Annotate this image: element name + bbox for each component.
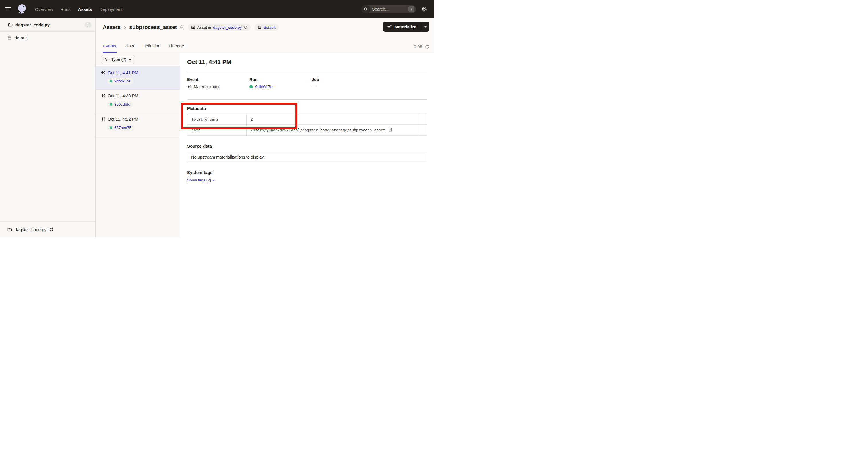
event-timestamp: Oct 11, 4:22 PM: [107, 117, 138, 121]
run-id-link[interactable]: 9dbf617e: [255, 84, 272, 89]
folder-icon: [8, 23, 12, 27]
refresh-icon[interactable]: [425, 44, 429, 49]
chevron-right-icon: [124, 26, 126, 29]
events-content: Type (2) Oct 11, 4:41 PM: [96, 53, 434, 237]
sidebar-item-code-location[interactable]: dagster_code.py 1: [0, 19, 95, 32]
run-id-badge[interactable]: 637aed75: [107, 124, 135, 131]
run-id-link[interactable]: 637aed75: [114, 125, 131, 130]
sidebar-item-label: default: [14, 35, 28, 40]
materialization-sparkle-icon: [387, 24, 392, 29]
event-detail-panel: Oct 11, 4:41 PM Event Materialization: [180, 53, 434, 237]
sidebar-item-label: dagster_code.py: [16, 22, 50, 27]
asset-header: Assets subprocess_asset Asset in: [96, 19, 434, 53]
type-filter-label: Type (2): [111, 57, 126, 62]
sidebar-code-location-footer: dagster_code.py: [0, 221, 95, 237]
chevron-down-icon: [129, 59, 131, 61]
breadcrumb-assets-link[interactable]: Assets: [103, 24, 121, 30]
run-id-link[interactable]: 9dbf617e: [114, 79, 130, 83]
top-nav-right: /: [361, 5, 427, 13]
asset-count-badge: 1: [85, 22, 91, 28]
run-id-badge[interactable]: 359cdbfc: [107, 101, 133, 108]
materialize-button[interactable]: Materialize: [383, 22, 421, 32]
source-data-heading: Source data: [187, 144, 427, 148]
code-location-label: dagster_code.py: [14, 227, 46, 232]
event-list-item[interactable]: Oct 11, 4:22 PM 637aed75: [96, 113, 180, 136]
asset-in-label: Asset in: [197, 25, 211, 30]
sidebar-item-default-group[interactable]: default: [0, 32, 95, 43]
run-status-dot: [110, 103, 112, 106]
refresh-icon: [49, 228, 53, 232]
timer-countdown: 0:05: [414, 44, 422, 49]
run-status-dot: [249, 85, 253, 88]
nav-assets[interactable]: Assets: [78, 7, 92, 12]
repo-grid-icon: [258, 25, 262, 29]
metadata-heading: Metadata: [187, 106, 427, 111]
reload-location-button[interactable]: [49, 228, 53, 232]
code-location-link[interactable]: dagster_code.py: [213, 25, 242, 30]
materialization-sparkle-icon: [101, 117, 105, 121]
settings-gear-button[interactable]: [421, 6, 427, 12]
run-id-link[interactable]: 359cdbfc: [114, 102, 130, 107]
materialize-split-button: Materialize: [383, 22, 429, 32]
metadata-value: 2: [247, 114, 418, 125]
repository-link[interactable]: default: [264, 25, 276, 30]
asset-location-badge: Asset in dagster_code.py: [188, 24, 251, 31]
event-list-item[interactable]: Oct 11, 4:41 PM 9dbf617e: [96, 66, 180, 90]
materialize-label: Materialize: [394, 24, 416, 29]
metadata-path-link[interactable]: /Users/yuhan/dev/local/dagster_home/stor…: [251, 128, 385, 132]
materialization-sparkle-icon: [187, 85, 191, 89]
auto-refresh-timer: 0:05: [414, 44, 429, 49]
metadata-key: total_orders: [187, 114, 247, 125]
nav-overview[interactable]: Overview: [35, 7, 53, 12]
run-id-badge[interactable]: 9dbf617e: [107, 78, 133, 85]
system-tags-heading: System tags: [187, 170, 427, 175]
tab-lineage[interactable]: Lineage: [168, 43, 184, 53]
repo-grid-icon: [7, 36, 12, 40]
page-title: subprocess_asset: [129, 24, 177, 30]
breadcrumb: Assets subprocess_asset Asset in: [103, 22, 279, 32]
search-box[interactable]: /: [361, 5, 416, 13]
primary-nav: Overview Runs Assets Deployment: [35, 7, 123, 12]
tab-definition[interactable]: Definition: [142, 43, 161, 53]
nav-runs[interactable]: Runs: [61, 7, 71, 12]
show-tags-toggle[interactable]: Show tags (2): [187, 178, 215, 182]
run-status-dot: [110, 126, 112, 129]
tab-events[interactable]: Events: [103, 43, 117, 53]
asset-tabs: Events Plots Definition Lineage: [103, 43, 184, 53]
metadata-row: total_orders 2: [187, 114, 427, 125]
event-timestamp: Oct 11, 4:41 PM: [107, 70, 138, 75]
refresh-icon[interactable]: [244, 26, 247, 29]
copy-path-button[interactable]: [388, 127, 392, 133]
search-input[interactable]: [370, 7, 408, 11]
event-detail-title: Oct 11, 4:41 PM: [187, 59, 427, 65]
dagster-logo: [16, 3, 28, 15]
materialize-options-button[interactable]: [421, 22, 429, 32]
type-filter-button[interactable]: Type (2): [101, 55, 135, 64]
materialization-sparkle-icon: [101, 94, 105, 98]
event-list-item[interactable]: Oct 11, 4:33 PM 359cdbfc: [96, 90, 180, 113]
nav-deployment[interactable]: Deployment: [100, 7, 123, 12]
search-icon: [361, 5, 370, 13]
event-summary-columns: Event Materialization Run 9dbf6: [187, 77, 427, 89]
metadata-table: total_orders 2 path /Users/yuhan/dev/loc…: [187, 114, 427, 136]
copy-asset-name-button[interactable]: [180, 25, 184, 30]
show-tags-label: Show tags (2): [187, 178, 211, 182]
folder-icon: [7, 228, 12, 232]
menu-icon[interactable]: [5, 7, 11, 11]
metadata-row: path /Users/yuhan/dev/local/dagster_home…: [187, 125, 427, 136]
materialization-sparkle-icon: [101, 70, 105, 75]
caret-down-icon: [424, 26, 427, 28]
source-data-empty-state: No upstream materializations to display.: [187, 152, 427, 162]
search-shortcut-key: /: [408, 6, 414, 12]
filter-funnel-icon: [105, 57, 109, 61]
tab-plots[interactable]: Plots: [124, 43, 134, 53]
event-timestamp: Oct 11, 4:33 PM: [107, 93, 138, 98]
clipboard-icon: [388, 127, 392, 132]
events-list-panel: Type (2) Oct 11, 4:41 PM: [96, 53, 180, 237]
run-column-label: Run: [249, 77, 312, 82]
job-value: —: [312, 84, 316, 89]
run-status-dot: [110, 80, 112, 82]
repo-grid-icon: [191, 25, 195, 29]
repository-badge: default: [255, 24, 279, 31]
events-filter-bar: Type (2): [96, 53, 180, 66]
